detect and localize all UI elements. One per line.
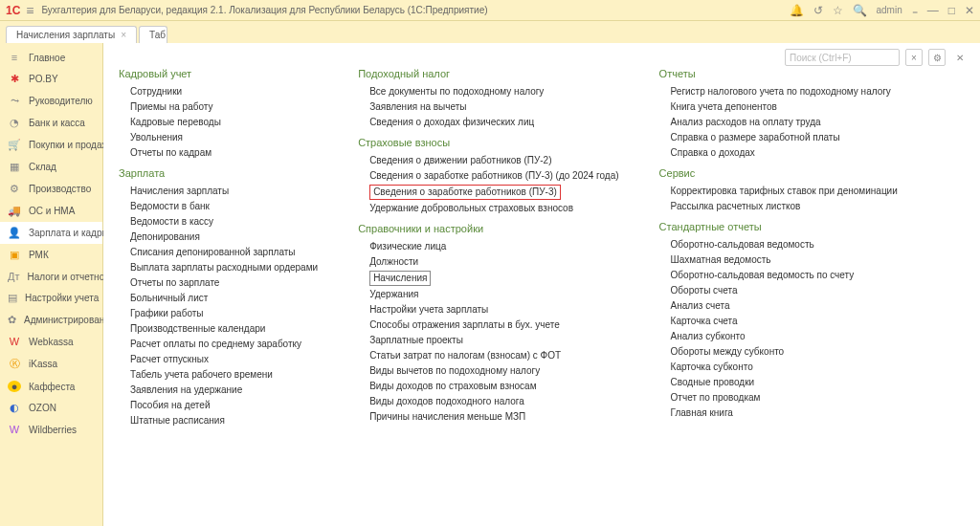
group-title[interactable]: Кадровый учет bbox=[119, 68, 318, 79]
menu-link[interactable]: Анализ счета bbox=[671, 299, 898, 313]
sidebar-item[interactable]: ◔Банк и касса bbox=[0, 112, 102, 134]
menu-link[interactable]: Сводные проводки bbox=[671, 376, 898, 389]
menu-link[interactable]: Оборотно-сальдовая ведомость по счету bbox=[671, 269, 898, 282]
sidebar-item[interactable]: ●Каффеста bbox=[0, 376, 102, 397]
sidebar-item[interactable]: ▣РМК bbox=[0, 244, 102, 266]
menu-link[interactable]: Отчет по проводкам bbox=[671, 391, 898, 405]
menu-link[interactable]: Физические лица bbox=[369, 240, 618, 253]
sidebar-item[interactable]: 🛒Покупки и продажи bbox=[0, 134, 102, 156]
sidebar-item[interactable]: ⤳Руководителю bbox=[0, 90, 102, 112]
menu-link[interactable]: Сведения о доходах физических лиц bbox=[369, 116, 618, 129]
menu-link[interactable]: Производственные календари bbox=[130, 322, 318, 336]
menu-link[interactable]: Штатные расписания bbox=[130, 414, 318, 427]
menu-link[interactable]: Начисления bbox=[369, 271, 431, 286]
sidebar-item[interactable]: 🚚ОС и НМА bbox=[0, 200, 102, 222]
menu-link[interactable]: Обороты между субконто bbox=[671, 345, 898, 359]
menu-link[interactable]: Списания депонированной зарплаты bbox=[130, 246, 318, 259]
menu-link[interactable]: Ведомости в кассу bbox=[130, 215, 318, 229]
menu-link[interactable]: Заявления на удержание bbox=[130, 384, 318, 397]
menu-link[interactable]: Увольнения bbox=[130, 131, 318, 144]
menu-link[interactable]: Зарплатные проекты bbox=[369, 334, 618, 347]
group-title[interactable]: Зарплата bbox=[119, 167, 318, 179]
menu-link[interactable]: Статьи затрат по налогам (взносам) с ФОТ bbox=[369, 349, 618, 362]
sidebar-item[interactable]: 👤Зарплата и кадры bbox=[0, 222, 102, 244]
group-title[interactable]: Страховые взносы bbox=[358, 137, 618, 148]
menu-link[interactable]: Главная книга bbox=[671, 406, 898, 420]
menu-link[interactable]: Карточка субконто bbox=[671, 361, 898, 374]
menu-link[interactable]: Удержание добровольных страховых взносов bbox=[369, 202, 618, 215]
menu-link[interactable]: Обороты счета bbox=[671, 284, 898, 297]
menu-link[interactable]: Анализ расходов на оплату труда bbox=[671, 116, 898, 129]
menu-link[interactable]: Настройки учета зарплаты bbox=[369, 303, 618, 317]
menu-link[interactable]: Начисления зарплаты bbox=[130, 185, 318, 198]
menu-icon[interactable]: ≡ bbox=[26, 3, 33, 18]
tab-close-icon[interactable]: × bbox=[121, 30, 126, 40]
settings-button[interactable]: ⚙ bbox=[928, 49, 946, 66]
menu-link[interactable]: Депонирования bbox=[130, 230, 318, 244]
minimize-icon[interactable]: — bbox=[927, 4, 939, 17]
sidebar-item[interactable]: ▦Склад bbox=[0, 156, 102, 178]
sidebar-item[interactable]: ⓀiKassa bbox=[0, 352, 102, 376]
tab[interactable]: Таб bbox=[139, 26, 167, 43]
menu-link[interactable]: Заявления на вычеты bbox=[369, 100, 618, 114]
sidebar-item[interactable]: ⚙Производство bbox=[0, 178, 102, 200]
menu-link[interactable]: Сведения о заработке работников (ПУ-3) bbox=[369, 185, 561, 200]
sidebar-item[interactable]: ≡Главное bbox=[0, 47, 102, 68]
menu-link[interactable]: Сведения о движении работников (ПУ-2) bbox=[369, 154, 618, 167]
group-title[interactable]: Стандартные отчеты bbox=[659, 221, 898, 232]
close-icon[interactable]: ✕ bbox=[965, 4, 974, 17]
bell-icon[interactable]: 🔔 bbox=[790, 4, 804, 17]
group-title[interactable]: Отчеты bbox=[659, 68, 898, 79]
double-line-icon[interactable]: ₌ bbox=[912, 4, 918, 17]
menu-link[interactable]: Отчеты по кадрам bbox=[130, 146, 318, 160]
group-title[interactable]: Справочники и настройки bbox=[358, 223, 618, 234]
menu-link[interactable]: Графики работы bbox=[130, 307, 318, 320]
menu-link[interactable]: Справка о размере заработной платы bbox=[671, 131, 898, 144]
menu-link[interactable]: Рассылка расчетных листков bbox=[671, 200, 898, 213]
tab[interactable]: Начисления зарплаты× bbox=[6, 26, 137, 43]
menu-link[interactable]: Все документы по подоходному налогу bbox=[369, 85, 618, 99]
sidebar-item[interactable]: ◐OZON bbox=[0, 397, 102, 419]
menu-link[interactable]: Виды доходов подоходного налога bbox=[369, 395, 618, 408]
menu-link[interactable]: Кадровые переводы bbox=[130, 116, 318, 129]
menu-link[interactable]: Виды вычетов по подоходному налогу bbox=[369, 364, 618, 378]
clear-search-button[interactable]: × bbox=[905, 49, 923, 66]
menu-link[interactable]: Расчет оплаты по среднему заработку bbox=[130, 338, 318, 351]
menu-link[interactable]: Больничный лист bbox=[130, 292, 318, 305]
sidebar-item[interactable]: ✿Администрирование bbox=[0, 309, 102, 331]
menu-link[interactable]: Ведомости в банк bbox=[130, 200, 318, 213]
menu-link[interactable]: Сведения о заработке работников (ПУ-3) (… bbox=[369, 169, 618, 183]
menu-link[interactable]: Книга учета депонентов bbox=[671, 100, 898, 114]
maximize-icon[interactable]: □ bbox=[948, 4, 955, 17]
close-panel-button[interactable]: ✕ bbox=[951, 49, 969, 66]
sidebar-item[interactable]: WWildberries bbox=[0, 419, 102, 440]
menu-link[interactable]: Корректировка тарифных ставок при деноми… bbox=[671, 185, 898, 198]
menu-link[interactable]: Табель учета рабочего времени bbox=[130, 368, 318, 382]
group-title[interactable]: Сервис bbox=[659, 167, 898, 179]
sidebar-item[interactable]: ▤Настройки учета bbox=[0, 287, 102, 309]
menu-link[interactable]: Расчет отпускных bbox=[130, 353, 318, 366]
menu-link[interactable]: Шахматная ведомость bbox=[671, 253, 898, 267]
menu-link[interactable]: Анализ субконто bbox=[671, 330, 898, 343]
menu-link[interactable]: Способы отражения зарплаты в бух. учете bbox=[369, 318, 618, 332]
sidebar-item[interactable]: ✱PO.BY bbox=[0, 68, 102, 90]
menu-link[interactable]: Оборотно-сальдовая ведомость bbox=[671, 238, 898, 252]
menu-link[interactable]: Виды доходов по страховым взносам bbox=[369, 380, 618, 393]
menu-link[interactable]: Отчеты по зарплате bbox=[130, 276, 318, 290]
sidebar-item[interactable]: ДтНалоги и отчетность bbox=[0, 266, 102, 287]
menu-link[interactable]: Приемы на работу bbox=[130, 100, 318, 114]
menu-link[interactable]: Карточка счета bbox=[671, 315, 898, 328]
history-icon[interactable]: ↺ bbox=[813, 4, 823, 17]
menu-link[interactable]: Выплата зарплаты расходными ордерами bbox=[130, 261, 318, 274]
menu-link[interactable]: Пособия на детей bbox=[130, 399, 318, 412]
menu-link[interactable]: Справка о доходах bbox=[671, 146, 898, 160]
group-title[interactable]: Подоходный налог bbox=[358, 68, 618, 79]
menu-link[interactable]: Удержания bbox=[369, 288, 618, 301]
user-label[interactable]: admin bbox=[877, 5, 902, 15]
star-icon[interactable]: ☆ bbox=[833, 4, 843, 17]
menu-link[interactable]: Регистр налогового учета по подоходному … bbox=[671, 85, 898, 99]
menu-link[interactable]: Сотрудники bbox=[130, 85, 318, 99]
menu-link[interactable]: Причины начисления меньше МЗП bbox=[369, 410, 618, 424]
menu-link[interactable]: Должности bbox=[369, 255, 618, 269]
sidebar-item[interactable]: WWebkassa bbox=[0, 331, 102, 352]
